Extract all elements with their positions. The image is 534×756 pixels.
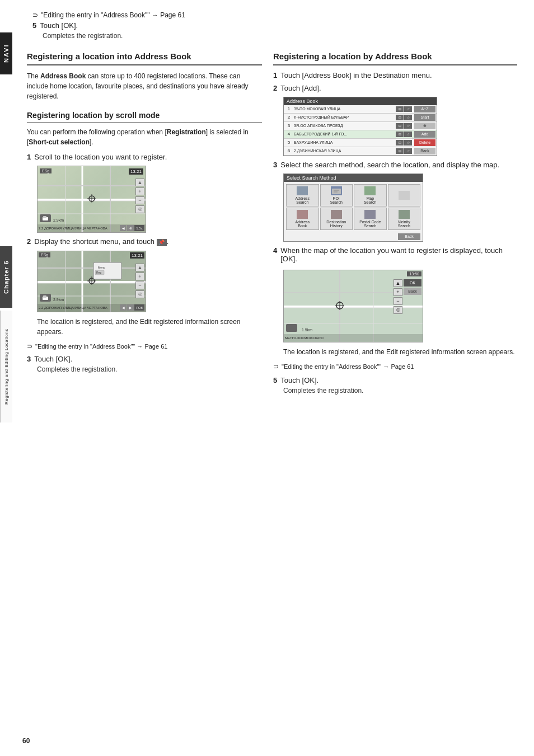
- ssm-address-label: AddressSearch: [295, 196, 310, 204]
- ab-row5-btn[interactable]: Delete: [414, 139, 435, 146]
- back-button[interactable]: Back: [404, 288, 421, 295]
- right-step5: 5 Touch [OK]. Completes the registration…: [273, 376, 517, 395]
- map1-zoom-in[interactable]: +: [135, 187, 144, 195]
- ab-row2-icon1: ⊟: [396, 115, 404, 120]
- ab-row-3[interactable]: 3 3Я-ОО АПАКОВА ПРОЕЗД ⊟ ☆ ⊕: [284, 122, 437, 130]
- map-roads-svg-2: Menu Reg: [38, 251, 146, 312]
- ab-row-2[interactable]: 2 Л-НИСТОГРУДНЫЙ БУЛЬВАР ⊟ ☆ Start: [284, 114, 437, 122]
- shortcut-icon: 📌: [157, 239, 167, 246]
- ab-row1-name: 35-ПО МОХОВАЯ УЛИЦА: [293, 107, 396, 111]
- ssm-history-icon: [331, 210, 342, 219]
- map1-up-btn[interactable]: ▲: [135, 179, 144, 186]
- ssm-postal-icon: [364, 210, 376, 219]
- map2-btn-c[interactable]: FO8: [134, 304, 144, 311]
- ssm-empty-icon: [399, 191, 410, 200]
- ssm-grid: AddressSearch POISearch: [284, 182, 423, 232]
- ssm-destination-history[interactable]: DestinationHistory: [320, 208, 353, 230]
- top-arrow-ref: ⊃ "Editing the entry in "Address Book"" …: [32, 11, 517, 19]
- ab-row5-icon2: ☆: [404, 140, 412, 145]
- map1-btn-a[interactable]: ◀: [120, 225, 127, 231]
- map1-extra-btn[interactable]: ◎: [135, 205, 144, 213]
- poi-svg: [331, 186, 342, 195]
- ab-row2-num: 2: [285, 115, 293, 120]
- right-step4-number: 4: [273, 246, 277, 255]
- map-right-zoom-in[interactable]: ▲: [394, 279, 402, 287]
- right-step1-label: Touch [Address Book] in the Destination …: [280, 71, 432, 79]
- right-step3: 3 Select the search method, search the l…: [273, 161, 517, 242]
- right-step3-number: 3: [273, 161, 277, 169]
- ssm-address-icon: [297, 186, 308, 195]
- ab-row3-name: 3Я-ОО АПАКОВА ПРОЕЗД: [293, 124, 396, 128]
- map-right-zoom-in2[interactable]: +: [394, 288, 402, 296]
- ab-row4-icon1: ⊟: [396, 132, 404, 137]
- ssm-poi-search[interactable]: POISearch: [320, 184, 353, 206]
- ab-row6-icon2: ☆: [404, 148, 412, 154]
- ab-row4-btn[interactable]: Add: [414, 131, 435, 138]
- top-arrow-ref-text: "Editing the entry in "Address Book"" → …: [41, 11, 185, 19]
- scroll-step3: 3 Touch [OK]. Completes the registration…: [27, 355, 262, 373]
- ssm-postal-code[interactable]: Postal CodeSearch: [354, 208, 387, 230]
- map2-car-icon: [40, 294, 51, 302]
- map2-zoom-out[interactable]: −: [135, 281, 144, 289]
- map2-extra-btn[interactable]: ◎: [135, 290, 144, 298]
- section-register-into-ab-title: Registering a location into Address Book: [27, 51, 262, 65]
- right-step2-label: Touch [Add].: [280, 84, 321, 92]
- map2-zoom-in[interactable]: +: [135, 273, 144, 280]
- map1-btn-c[interactable]: 1.5x: [134, 225, 144, 231]
- section-register-into-address-book: Registering a location into Address Book…: [27, 51, 262, 101]
- ab-row3-btn[interactable]: ⊕: [414, 123, 435, 129]
- ssm-map-search[interactable]: MapSearch: [354, 184, 387, 206]
- ab-row6-btn[interactable]: Back: [414, 148, 435, 154]
- ok-button[interactable]: OK: [404, 279, 421, 287]
- ab-row3-num: 3: [285, 123, 293, 128]
- scroll-step2-label: Display the shortcut menu, and touch: [34, 237, 154, 246]
- ssm-vicinity-search[interactable]: VicinitySearch: [388, 208, 421, 230]
- scroll-step1-line: 1 Scroll to the location you want to reg…: [27, 153, 262, 161]
- two-column-layout: Registering a location into Address Book…: [27, 51, 517, 401]
- ab-row1-btn[interactable]: A~Z: [414, 106, 435, 112]
- step5-top-number: 5: [32, 21, 36, 30]
- map1-btn-b[interactable]: ⊕: [127, 225, 134, 231]
- map-right-container: 13:50 1.5km ▲ + − ◎: [283, 270, 423, 342]
- map2-up-btn[interactable]: ▲: [135, 264, 144, 271]
- step5-top: 5 Touch [OK].: [32, 21, 517, 30]
- ssm-poi-label: POISearch: [330, 196, 343, 204]
- map-scroll-2: ESg 13:21: [37, 251, 146, 312]
- map2-btn-b[interactable]: ▶: [127, 304, 134, 311]
- ab-row1-icons: ⊟ ☆: [396, 106, 412, 112]
- map-scroll-1: ESg 13:21: [37, 166, 146, 233]
- ssm-back-btn[interactable]: Back: [398, 233, 420, 240]
- map-right-btn-extra[interactable]: ◎: [394, 306, 402, 314]
- right-section-title: Registering a location by Address Book: [273, 51, 517, 65]
- ab-row2-btn[interactable]: Start: [414, 114, 435, 121]
- scroll-step3-line: 3 Touch [OK].: [27, 355, 262, 363]
- short-cut-bold: Short-cut selection: [29, 138, 90, 146]
- ssm-header: Select Search Method: [284, 174, 423, 182]
- scroll-step2-label2: .: [167, 237, 169, 246]
- ab-row-6[interactable]: 6 2.ДУБИНИНСКАЯ УЛИЦА ⊟ ☆ Back: [284, 147, 437, 156]
- map1-bottom-icons: ◀ ⊕ 1.5x: [120, 225, 144, 231]
- ab-row2-icon2: ☆: [404, 115, 412, 120]
- map1-road-text: 2.2 ДОРОЖАЯ УЛИЦА/УЛИЦА ЧЕРТАНОВА: [39, 227, 107, 230]
- scroll-step1-label: Scroll to the location you want to regis…: [34, 153, 167, 161]
- ab-row-5[interactable]: 5 БАХРУШИНА УЛИЦА ⊟ ☆ Delete: [284, 139, 437, 147]
- map-right-time: 13:50: [407, 271, 421, 276]
- ssm-address-search[interactable]: AddressSearch: [286, 184, 319, 206]
- ab-row3-icons: ⊟ ☆: [396, 123, 412, 129]
- address-book-table: Address Book 1 35-ПО МОХОВАЯ УЛИЦА ⊟ ☆ A…: [283, 97, 437, 156]
- ab-row1-icon2: ☆: [404, 106, 412, 112]
- ab-row5-num: 5: [285, 140, 293, 145]
- ab-row-4[interactable]: 4 БАБЬЕГОРОДСКИЙ 1-Й ГО... ⊟ ☆ Add: [284, 130, 437, 139]
- right-registered-text: The location is registered, and the Edit…: [283, 347, 517, 357]
- scroll-step2-line: 2 Display the shortcut menu, and touch 📌…: [27, 237, 262, 246]
- map-right-zoom-out[interactable]: −: [394, 297, 402, 305]
- ssm-back-row: Back: [284, 232, 423, 241]
- chapter6-tab: Chapter 6: [0, 246, 12, 308]
- map1-zoom-out[interactable]: −: [135, 196, 144, 204]
- ssm-address-book[interactable]: AddressBook: [286, 208, 319, 230]
- map2-btn-a[interactable]: ◀: [120, 304, 127, 311]
- right-step1: 1 Touch [Address Book] in the Destinatio…: [273, 71, 517, 79]
- ab-row-1[interactable]: 1 35-ПО МОХОВАЯ УЛИЦА ⊟ ☆ A~Z: [284, 105, 437, 114]
- map-right-road: МЕТГО-КОСМОЖСКАТО: [285, 336, 324, 340]
- ssm-map-label: MapSearch: [364, 196, 376, 204]
